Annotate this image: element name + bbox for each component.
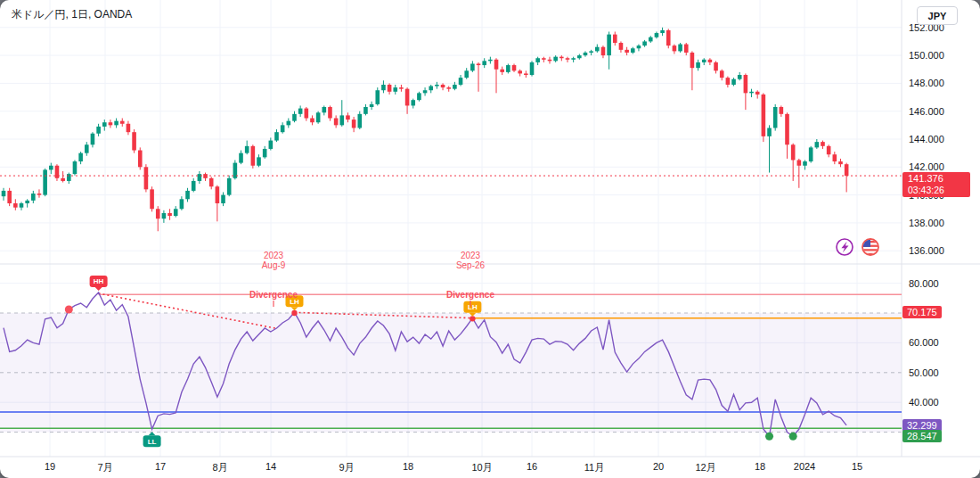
bar-countdown: 03:43:26	[908, 185, 965, 196]
page: HHLLLHLH2023Aug-9Divergence2023Sep-26Div…	[0, 0, 980, 478]
last-price-badge: 141.376 03:43:26	[902, 172, 970, 197]
last-price-value: 141.376	[908, 173, 965, 185]
event-icons-layer	[0, 0, 980, 478]
rsi-upper-level-badge: 70.175	[902, 306, 942, 318]
chart-window: HHLLLHLH2023Aug-9Divergence2023Sep-26Div…	[0, 0, 980, 478]
lightning-event-icon[interactable]	[837, 239, 853, 255]
us-economic-event-icon[interactable]	[862, 239, 878, 255]
symbol-title[interactable]: 米ドル／円, 1日, OANDA	[12, 7, 132, 22]
rsi-lower-level-badge: 28.547	[902, 430, 942, 442]
currency-axis-badge[interactable]: JPY	[917, 6, 958, 25]
